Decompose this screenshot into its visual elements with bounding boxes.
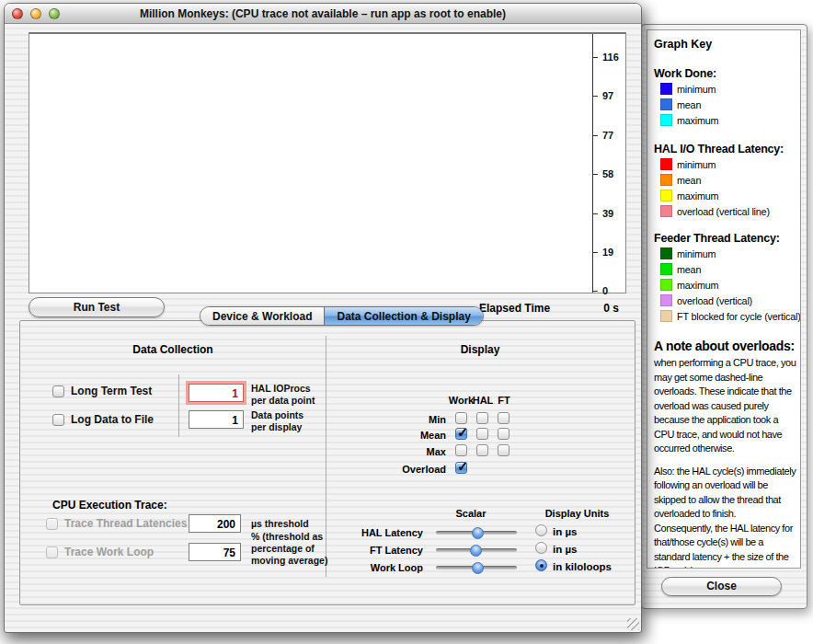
ft-latency-us-radio-label[interactable]: in µs [553, 544, 577, 555]
threshold-pct-unit-label: % (threshold as percentage of moving ave… [251, 531, 327, 567]
feeder-latency-heading: Feeder Thread Latency: [654, 232, 798, 246]
y-axis-label: 97 [602, 90, 630, 101]
y-axis-label: 116 [602, 52, 630, 63]
mean-hal-checkbox[interactable] [476, 428, 488, 440]
legend-item: mean [660, 172, 798, 188]
hal-mean-swatch [660, 174, 672, 186]
y-axis-tick [592, 291, 598, 292]
tab-device-and-workload[interactable]: Device & Workload [200, 307, 325, 325]
ft-overload-swatch [660, 294, 672, 306]
long-term-test-label: Long Term Test [71, 385, 152, 397]
ft-blocked-swatch [660, 310, 672, 322]
work-min-swatch [660, 83, 672, 95]
legend-item: mean [660, 97, 798, 112]
y-axis-tick [592, 135, 598, 136]
matrix-row-overload-label: Overload [363, 464, 446, 475]
threshold-us-unit-label: µs threshold [251, 518, 309, 530]
legend-item: overload (vertical) [660, 293, 798, 308]
max-hal-checkbox[interactable] [476, 444, 488, 456]
desktop: { "window": { "title": "Million Monkeys:… [0, 0, 813, 644]
legend-item: minimum [660, 246, 798, 261]
ft-max-swatch [660, 279, 672, 291]
long-term-test-checkbox[interactable] [52, 385, 64, 397]
tab-bar: Device & Workload Data Collection & Disp… [200, 306, 484, 326]
threshold-us-field[interactable]: 200 [189, 514, 241, 533]
y-axis-label: 77 [602, 130, 630, 141]
legend-item: minimum [660, 81, 798, 97]
matrix-row-mean-label: Mean [363, 430, 446, 441]
trace-work-loop-label: Trace Work Loop [64, 546, 154, 558]
ft-latency-us-radio[interactable] [535, 542, 547, 554]
threshold-pct-field[interactable]: 75 [189, 543, 241, 561]
y-axis-tick [592, 213, 598, 214]
legend-item: maximum [660, 188, 798, 203]
y-axis-label: 0 [602, 285, 630, 296]
elapsed-time-label: Elapsed Time [479, 302, 550, 315]
minimize-window-icon[interactable] [30, 8, 41, 19]
window-controls [12, 8, 60, 19]
max-ft-checkbox[interactable] [498, 444, 510, 456]
log-data-to-file-label: Log Data to File [71, 413, 154, 426]
overloads-note-paragraph-2: Also: the HAL cycle(s) immediately follo… [654, 465, 796, 569]
graph-key-box: Graph Key Work Done: minimum mean maximu… [647, 29, 801, 569]
hal-overload-swatch [660, 205, 672, 217]
graph-key-panel: Graph Key Work Done: minimum mean maximu… [641, 24, 807, 609]
window-title: Million Monkeys: (CPU trace not availabl… [5, 4, 641, 24]
hal-latency-heading: HAL I/O Thread Latency: [654, 143, 798, 156]
work-loop-slider[interactable] [436, 566, 517, 569]
legend-item: maximum [660, 112, 798, 128]
hal-latency-slider-thumb[interactable] [472, 527, 484, 539]
cpu-execution-trace-heading: CPU Execution Trace: [52, 499, 167, 512]
legend-item: FT blocked for cycle (vertical) [660, 308, 798, 324]
mean-ft-checkbox[interactable] [498, 428, 510, 440]
y-axis-tick [592, 252, 598, 253]
hal-latency-us-radio[interactable] [535, 524, 547, 536]
mean-work-checkbox[interactable] [455, 428, 467, 440]
display-heading: Display [326, 343, 634, 356]
y-axis-tick [592, 96, 598, 97]
matrix-col-ft: FT [494, 395, 514, 406]
trace-thread-latencies-label: Trace Thread Latencies [64, 517, 187, 530]
overloads-note-title: A note about overloads: [654, 339, 798, 353]
long-term-test-checkbox-row[interactable]: Long Term Test [52, 385, 152, 397]
work-mean-swatch [660, 98, 672, 110]
trace-work-loop-row: Trace Work Loop [46, 546, 154, 558]
work-loop-slider-thumb[interactable] [472, 562, 484, 574]
title-bar[interactable]: Million Monkeys: (CPU trace not availabl… [5, 4, 641, 24]
hal-max-swatch [660, 190, 672, 201]
trace-work-loop-checkbox [46, 546, 58, 558]
data-collection-heading: Data Collection [20, 343, 326, 356]
zoom-window-icon[interactable] [49, 8, 60, 19]
trace-thread-latencies-checkbox [46, 518, 58, 530]
hal-min-swatch [660, 158, 672, 170]
ft-latency-slider-thumb[interactable] [470, 545, 482, 557]
work-done-heading: Work Done: [654, 67, 798, 81]
log-data-to-file-checkbox-row[interactable]: Log Data to File [52, 413, 154, 426]
min-hal-checkbox[interactable] [476, 412, 488, 424]
close-window-icon[interactable] [12, 8, 23, 19]
ft-latency-slider-label: FT Latency [340, 545, 423, 556]
hal-ioprocs-field-label: HAL IOProcs per data point [251, 383, 315, 407]
y-axis-label: 58 [602, 168, 630, 179]
ft-min-swatch [660, 247, 672, 259]
work-loop-kiloloops-radio[interactable] [535, 559, 547, 571]
matrix-row-min-label: Min [363, 414, 446, 425]
hal-latency-us-radio-label[interactable]: in µs [553, 526, 577, 537]
hal-latency-slider[interactable] [436, 531, 517, 535]
resize-grip[interactable] [627, 618, 639, 630]
work-loop-slider-label: Work Loop [340, 562, 423, 573]
min-ft-checkbox[interactable] [498, 412, 510, 424]
hal-ioprocs-field[interactable]: 1 [189, 384, 244, 402]
min-work-checkbox[interactable] [455, 412, 467, 424]
work-max-swatch [660, 114, 672, 126]
max-work-checkbox[interactable] [455, 444, 467, 456]
data-points-field[interactable]: 1 [189, 410, 244, 429]
overload-work-checkbox[interactable] [455, 462, 467, 474]
log-data-to-file-checkbox[interactable] [52, 414, 64, 426]
close-button[interactable]: Close [661, 577, 782, 596]
graph-plot-area: 116 97 77 58 39 19 0 [29, 32, 626, 293]
run-test-button[interactable]: Run Test [29, 297, 165, 317]
ft-latency-slider[interactable] [436, 548, 517, 552]
work-loop-kiloloops-radio-label[interactable]: in kiloloops [553, 561, 612, 572]
tab-data-collection-and-display[interactable]: Data Collection & Display [325, 307, 482, 325]
